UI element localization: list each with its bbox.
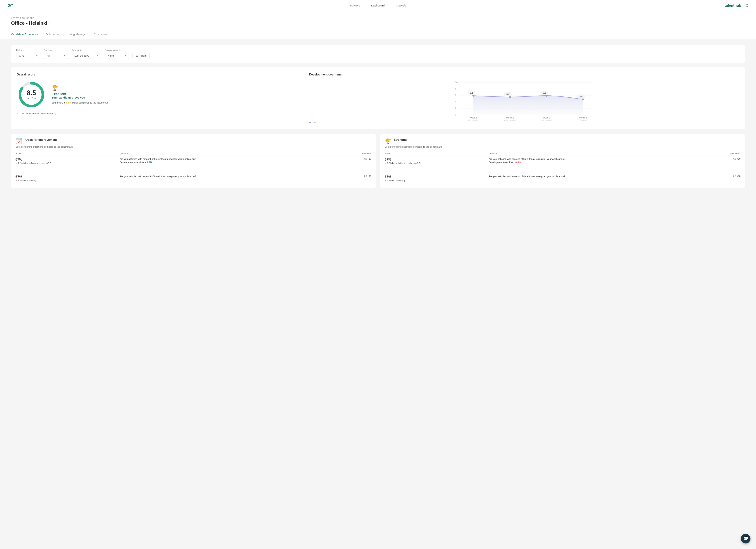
- legend-label: CPS: [312, 121, 317, 124]
- time-label: Time period: [72, 49, 101, 51]
- custom-select[interactable]: None ▾: [105, 53, 129, 59]
- surveys-select[interactable]: All ▾: [44, 53, 68, 59]
- donut-wrap: 8.5 out of 10 🏆 Excellent! Your candidat…: [17, 80, 303, 109]
- nav-dashboard[interactable]: Dashboard: [371, 4, 384, 7]
- score-cell: 67% ↗ 1.2% below industry: [385, 173, 489, 184]
- score-message: 🏆 Excellent! Your candidates love you Yo…: [52, 85, 108, 105]
- chevron-down-icon: ▾: [97, 54, 98, 57]
- svg-point-17: [473, 95, 475, 97]
- metric-select[interactable]: CPS ▾: [16, 53, 40, 59]
- navbar: Surveys Dashboard Analysis talenthub·° ⚙: [0, 0, 756, 11]
- svg-text:4: 4: [455, 100, 456, 103]
- donut-score: 8.5: [27, 90, 36, 96]
- strengths-table: Score Question Comments 67% ↗ 1.2% below…: [385, 151, 740, 184]
- donut-text: 8.5 out of 10: [27, 90, 36, 100]
- comments-cell: 💬 +10: [341, 156, 371, 166]
- col-question: Question: [489, 151, 710, 156]
- table-row: 67% ↗ 1.2% below industry benchmark (6.7…: [385, 156, 740, 166]
- score-cell: 67% ↘ 1.2% below industry benchmark (6.7…: [16, 156, 120, 166]
- svg-text:(178 replies): (178 replies): [504, 119, 516, 121]
- svg-text:Week 3: Week 3: [543, 116, 550, 119]
- svg-text:10: 10: [455, 81, 458, 84]
- score-panel: Overall score 8.5 out of 10 🏆: [11, 67, 745, 129]
- filter-bar: Metric CPS ▾ Surveys All ▾ Time period L…: [11, 45, 745, 63]
- comment-icon: 💬: [364, 175, 367, 178]
- svg-text:Week 4: Week 4: [579, 116, 587, 119]
- question-cell: Are you satisfied with amount of time it…: [489, 173, 710, 184]
- table-row: 67% ↘ 1.2% below industry benchmark (6.7…: [16, 156, 371, 166]
- header: ACTIVE DASHBOARD Office - Helsinki ˅: [0, 11, 756, 30]
- brand-name: talenthub·°: [725, 3, 743, 8]
- filter-icon: ☰: [136, 54, 138, 57]
- svg-text:Week 1: Week 1: [470, 116, 477, 119]
- strengths-title: Strenghts: [394, 138, 408, 142]
- score-right: Development over time 10 8 6 4 2 0: [309, 73, 739, 124]
- chevron-down-icon: ▾: [64, 54, 65, 57]
- main-content: Metric CPS ▾ Surveys All ▾ Time period L…: [0, 39, 756, 194]
- svg-text:6: 6: [455, 94, 456, 97]
- col-question: Question: [120, 151, 341, 156]
- svg-text:Week 2: Week 2: [506, 116, 514, 119]
- svg-text:2: 2: [455, 107, 456, 109]
- tab-customized[interactable]: Customized: [94, 30, 109, 39]
- time-select[interactable]: Last 30 days ▾: [72, 53, 101, 59]
- svg-text:(77 replies): (77 replies): [578, 119, 588, 121]
- col-comments: Comments: [710, 151, 740, 156]
- title-dropdown[interactable]: ˅: [49, 21, 51, 25]
- svg-text:(21 replies): (21 replies): [468, 119, 479, 121]
- donut-sub: out of 10: [27, 97, 36, 100]
- score-highlight: 0.05: [66, 101, 71, 104]
- areas-panel: 📈 Areas for improvement Best performing …: [11, 134, 376, 188]
- svg-text:(88 replies): (88 replies): [542, 119, 552, 121]
- question-cell: Are you satisfied with amount of time it…: [120, 156, 341, 166]
- surveys-filter: Surveys All ▾: [44, 49, 68, 59]
- col-comments: Comments: [341, 151, 371, 156]
- trophy-icon: 🏆: [385, 138, 391, 144]
- col-score: Score: [385, 151, 489, 156]
- line-chart: 10 8 6 4 2 0: [309, 80, 739, 121]
- legend-dot: [309, 122, 311, 123]
- trend-up-icon: ↗: [17, 112, 18, 115]
- score-compare: Your score is 0.05 higher compared to th…: [52, 101, 108, 105]
- logo: [7, 2, 14, 9]
- svg-point-19: [546, 95, 548, 97]
- custom-filter: Custom variables None ▾: [105, 49, 129, 59]
- metric-filter: Metric CPS ▾: [16, 49, 40, 59]
- custom-label: Custom variables: [105, 49, 129, 51]
- question-cell: Are you satisfied with amount of time it…: [489, 156, 710, 166]
- comment-icon: 💬: [733, 158, 736, 160]
- filters-button[interactable]: ☰ Filters: [133, 53, 150, 59]
- active-label: ACTIVE DASHBOARD: [11, 17, 745, 19]
- svg-point-1: [11, 4, 13, 5]
- nav-links: Surveys Dashboard Analysis: [350, 4, 406, 7]
- time-filter: Time period Last 30 days ▾: [72, 49, 101, 59]
- overall-score-title: Overall score: [17, 73, 303, 76]
- chart-legend: CPS: [309, 121, 739, 124]
- nav-surveys[interactable]: Surveys: [350, 4, 360, 7]
- svg-text:5.9: 5.9: [543, 92, 546, 94]
- areas-subtitle: Best performing questions compare to the…: [16, 145, 371, 148]
- svg-text:8: 8: [455, 87, 456, 90]
- chart-icon: 📈: [16, 138, 22, 144]
- tab-candidate-experience[interactable]: Candidate Experience: [11, 30, 38, 39]
- chart-title: Development over time: [309, 73, 739, 76]
- comments-cell: 💬 +10: [341, 173, 371, 184]
- comments-cell: 💬 +10: [710, 173, 740, 184]
- strengths-panel: 🏆 Strenghts Best performing questions co…: [380, 134, 745, 188]
- tab-onboarding[interactable]: Onboarding: [46, 30, 60, 39]
- tabs-bar: Candidate Experience Onboarding Hiring M…: [0, 30, 756, 39]
- score-love: Your candidates love you: [52, 96, 108, 99]
- svg-point-2: [9, 5, 10, 6]
- score-excellent: Excellent!: [52, 92, 108, 96]
- nav-analysis[interactable]: Analysis: [396, 4, 406, 7]
- comments-cell: 💬 +10: [710, 156, 740, 166]
- tab-hiring-manager[interactable]: Hiring Manager: [68, 30, 87, 39]
- surveys-label: Surveys: [44, 49, 68, 51]
- score-left: Overall score 8.5 out of 10 🏆: [17, 73, 303, 124]
- benchmark-note: ↗ 1.2% above industry benchmark (6.7): [17, 112, 303, 115]
- svg-text:5.5: 5.5: [506, 93, 510, 96]
- trophy-icon: 🏆: [52, 85, 108, 91]
- settings-button[interactable]: ⚙: [745, 3, 749, 8]
- svg-text:5.9: 5.9: [470, 92, 473, 94]
- areas-table: Score Question Comments 67% ↘ 1.2% below…: [16, 151, 371, 184]
